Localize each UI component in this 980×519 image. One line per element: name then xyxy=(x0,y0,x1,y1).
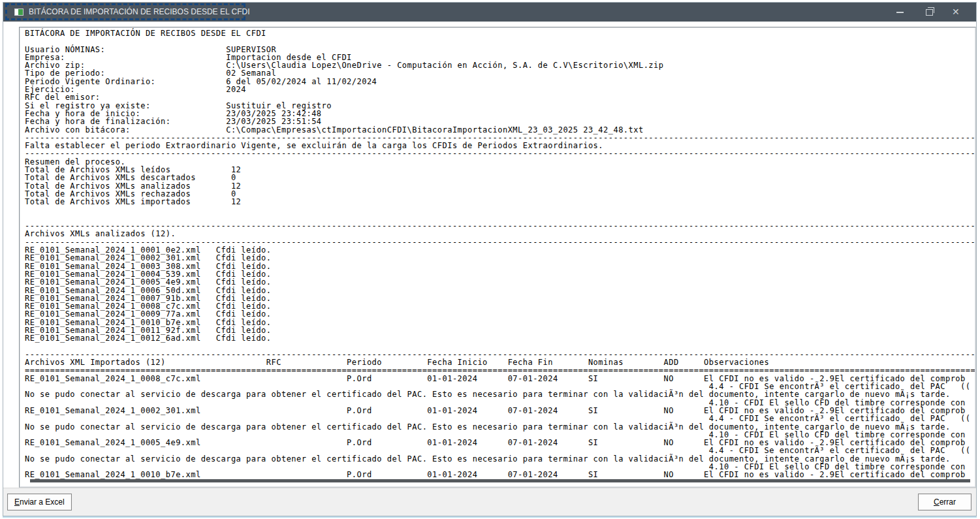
window-controls: ✕ xyxy=(886,3,972,22)
titlebar: BITÁCORA DE IMPORTACIÓN DE RECIBOS DESDE… xyxy=(3,3,976,22)
log-panel[interactable]: BITÁCORA DE IMPORTACIÓN DE RECIBOS DESDE… xyxy=(19,27,976,488)
app-icon xyxy=(14,8,24,16)
minimize-button[interactable] xyxy=(886,3,915,22)
log-text: BITÁCORA DE IMPORTACIÓN DE RECIBOS DESDE… xyxy=(20,27,975,479)
import-log-window: BITÁCORA DE IMPORTACIÓN DE RECIBOS DESDE… xyxy=(3,2,977,516)
horizontal-scrollbar[interactable] xyxy=(30,479,970,482)
minimize-icon xyxy=(896,12,904,13)
window-title: BITÁCORA DE IMPORTACIÓN DE RECIBOS DESDE… xyxy=(29,3,250,22)
close-dialog-button[interactable]: Cerrar xyxy=(918,494,972,511)
restore-icon xyxy=(926,9,933,16)
close-icon: ✕ xyxy=(952,6,960,18)
close-button[interactable]: ✕ xyxy=(943,3,972,22)
restore-button[interactable] xyxy=(915,3,943,22)
export-excel-button[interactable]: Enviar a Excel xyxy=(7,494,72,511)
footer-bar: Enviar a Excel Cerrar xyxy=(3,488,976,516)
